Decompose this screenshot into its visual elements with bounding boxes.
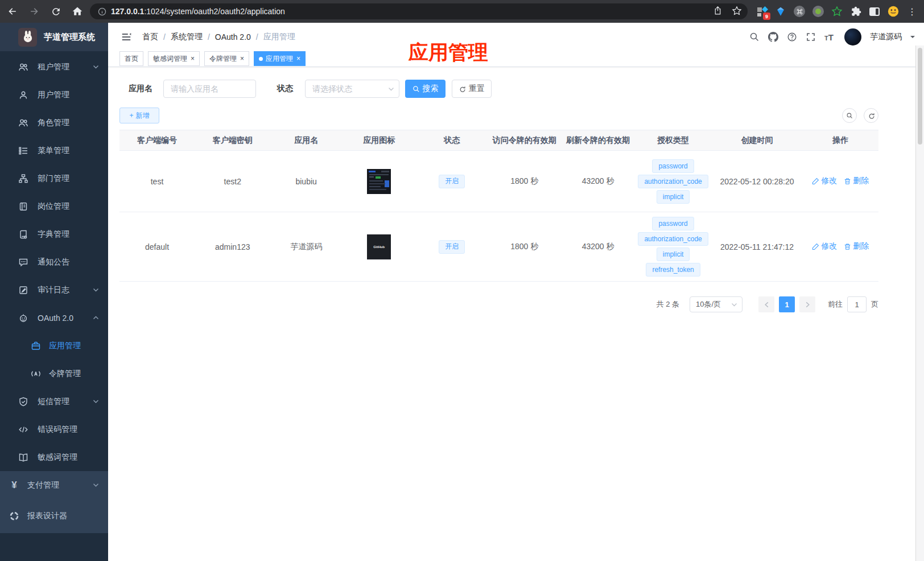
col-refresh-validity: 刷新令牌的有效期 (561, 130, 634, 151)
command-extension-icon[interactable] (793, 5, 806, 18)
add-button[interactable]: + 新增 (119, 108, 159, 123)
page-size-input[interactable] (690, 296, 742, 312)
sidebar-item-tenant[interactable]: 租户管理 (0, 53, 108, 81)
address-bar[interactable]: 127.0.0.1:1024/system/oauth2/oauth2/appl… (90, 3, 748, 19)
back-button[interactable] (6, 5, 19, 18)
reload-button[interactable] (49, 5, 63, 18)
reset-button[interactable]: 重置 (452, 80, 492, 98)
devtools-extension-icon[interactable]: 9 (756, 5, 768, 18)
breadcrumb-home[interactable]: 首页 (142, 32, 158, 42)
sidebar-item-notice[interactable]: 通知公告 (0, 248, 108, 276)
delete-button[interactable]: 删除 (844, 241, 869, 251)
breadcrumb-oauth[interactable]: OAuth 2.0 (215, 32, 251, 42)
tab-home[interactable]: 首页 (119, 51, 143, 66)
close-icon[interactable]: × (296, 55, 300, 63)
sidebar-item-oauth-app[interactable]: 应用管理 (0, 332, 108, 360)
profile-avatar-icon[interactable] (887, 5, 900, 18)
tab-label: 应用管理 (266, 54, 293, 64)
browser-menu-icon[interactable]: ⋮ (906, 5, 918, 18)
scrollbar[interactable] (915, 46, 924, 561)
col-client-id: 客户端编号 (119, 130, 195, 151)
site-info-icon[interactable] (98, 7, 106, 16)
github-icon[interactable] (768, 32, 778, 42)
bookmark-star-icon[interactable] (732, 6, 742, 18)
gem-extension-icon[interactable] (774, 5, 787, 18)
username[interactable]: 芋道源码 (870, 32, 902, 42)
split-screen-icon[interactable] (868, 5, 881, 18)
help-icon[interactable] (787, 32, 797, 42)
sidebar-item-sensitive-word[interactable]: 敏感词管理 (0, 443, 108, 471)
chevron-down-icon (93, 64, 99, 70)
sidebar-item-dict[interactable]: 字典管理 (0, 220, 108, 248)
page-number-current[interactable]: 1 (779, 296, 795, 312)
refresh-table-button[interactable] (864, 108, 878, 123)
extensions-puzzle-icon[interactable] (849, 5, 862, 18)
tab-label: 首页 (125, 54, 138, 64)
col-created-at: 创建时间 (711, 130, 802, 151)
col-app-name: 应用名 (270, 130, 341, 151)
tab-app-mgmt[interactable]: 应用管理 × (254, 51, 306, 66)
sidebar-item-oauth-token[interactable]: 令牌管理 (0, 360, 108, 387)
sidebar-item-oauth[interactable]: OAuth 2.0 (0, 304, 108, 332)
sidebar-item-menu-mgmt[interactable]: 菜单管理 (0, 137, 108, 164)
star-extension-icon[interactable] (831, 5, 843, 18)
tab-label: 令牌管理 (209, 54, 237, 64)
col-status: 状态 (416, 130, 488, 151)
delete-button[interactable]: 删除 (844, 176, 869, 186)
grant-badge: refresh_token (646, 263, 700, 277)
sidebar-fold-icon[interactable] (121, 31, 132, 43)
logo-image (18, 28, 37, 47)
cell-client-secret: admin123 (195, 212, 270, 282)
app-icon-image (367, 169, 391, 194)
scrollbar-thumb[interactable] (918, 48, 922, 145)
fullscreen-icon[interactable] (806, 32, 816, 42)
sidebar-item-post[interactable]: 岗位管理 (0, 192, 108, 220)
table-header-row: 客户端编号 客户端密钥 应用名 应用图标 状态 访问令牌的有效期 刷新令牌的有效… (119, 130, 878, 151)
prev-page-button[interactable] (758, 296, 774, 312)
close-icon[interactable]: × (191, 55, 195, 63)
sidebar-item-user[interactable]: 用户管理 (0, 81, 108, 109)
share-icon[interactable] (713, 6, 723, 17)
font-size-icon[interactable]: TT (824, 32, 834, 42)
search-icon[interactable] (749, 32, 760, 42)
sidebar-item-errcode[interactable]: 错误码管理 (0, 415, 108, 443)
breadcrumb-system[interactable]: 系统管理 (171, 32, 203, 42)
sidebar-item-dept[interactable]: 部门管理 (0, 164, 108, 192)
status-label: 状态 (277, 84, 293, 94)
yen-icon: ¥ (9, 480, 19, 491)
breadcrumb-separator: / (256, 32, 258, 42)
sidebar-logo[interactable]: 芋道管理系统 (0, 23, 108, 51)
add-button-label: 新增 (136, 111, 150, 121)
sidebar-item-audit-log[interactable]: 审计日志 (0, 276, 108, 304)
edit-button[interactable]: 修改 (812, 176, 837, 186)
sidebar-item-sms[interactable]: 短信管理 (0, 387, 108, 415)
tab-label: 敏感词管理 (153, 54, 187, 64)
goto-page-input[interactable] (847, 296, 867, 312)
recorder-extension-icon[interactable] (812, 5, 824, 18)
user-avatar[interactable] (844, 28, 861, 46)
tab-sensitive-word[interactable]: 敏感词管理 × (148, 51, 200, 66)
page-size-select[interactable] (690, 296, 742, 312)
col-actions: 操作 (803, 130, 878, 151)
table-row: test test2 biubiu (119, 151, 878, 212)
home-button[interactable] (71, 5, 84, 18)
active-dot (259, 57, 263, 61)
status-select-input[interactable] (305, 80, 399, 98)
sidebar-item-label: 岗位管理 (38, 201, 69, 212)
close-icon[interactable]: × (240, 55, 244, 63)
sidebar-item-report-designer[interactable]: 报表设计器 (0, 499, 108, 533)
grant-badge: implicit (657, 190, 690, 204)
browser-nav-buttons (6, 5, 84, 18)
search-button[interactable]: 搜索 (405, 80, 446, 98)
sidebar-item-role[interactable]: 角色管理 (0, 109, 108, 137)
annotation-overlay: 应用管理 (409, 39, 488, 66)
user-menu-caret-icon[interactable] (910, 36, 915, 40)
sidebar-item-payment[interactable]: ¥ 支付管理 (0, 471, 108, 499)
status-select[interactable] (305, 80, 399, 98)
next-page-button[interactable] (799, 296, 815, 312)
show-search-button[interactable] (842, 108, 857, 123)
forward-button[interactable] (27, 5, 41, 18)
app-name-input[interactable] (163, 80, 256, 98)
edit-button[interactable]: 修改 (812, 241, 837, 251)
tab-token-mgmt[interactable]: 令牌管理 × (204, 51, 249, 66)
